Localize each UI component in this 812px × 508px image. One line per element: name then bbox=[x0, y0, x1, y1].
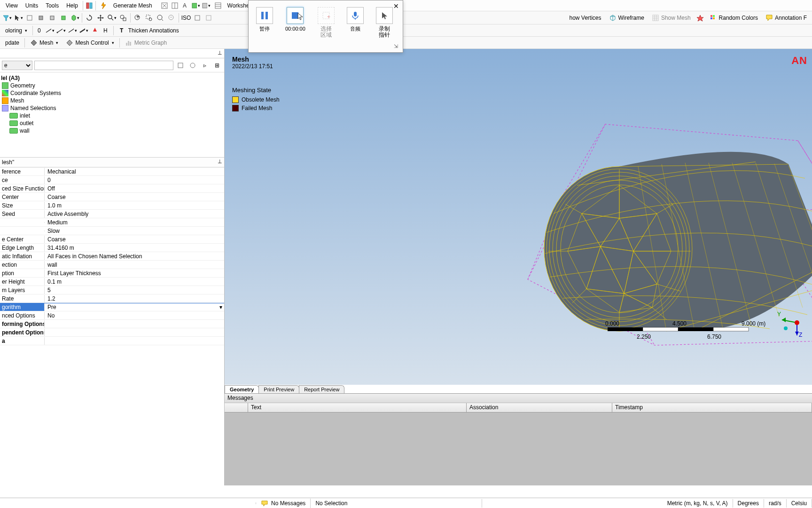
pin-icon[interactable]: ⊥ bbox=[218, 159, 222, 165]
mesh-dropdown[interactable]: Mesh bbox=[27, 38, 62, 48]
outline-tool-2[interactable] bbox=[187, 60, 198, 71]
tab-report-preview[interactable]: Report Preview bbox=[299, 385, 344, 393]
edge-style-3[interactable] bbox=[67, 25, 78, 36]
details-row[interactable]: nced OptionsNo bbox=[0, 311, 224, 320]
details-row[interactable]: ce0 bbox=[0, 176, 224, 184]
probe-icon[interactable] bbox=[695, 13, 705, 23]
details-value[interactable]: 1.2 bbox=[45, 295, 224, 302]
status-messages[interactable]: No Messages bbox=[256, 499, 311, 508]
recorder-pointer-button[interactable]: 录制指针 bbox=[373, 5, 396, 40]
coloring-dropdown[interactable]: oloring bbox=[2, 26, 31, 35]
tool-1[interactable] bbox=[24, 13, 35, 23]
menu-view[interactable]: View bbox=[2, 1, 22, 10]
wireframe-button[interactable]: Wireframe bbox=[606, 13, 648, 23]
details-row[interactable]: pendent Options bbox=[0, 328, 224, 337]
recorder-close-button[interactable]: ✕ bbox=[393, 2, 399, 10]
outline-tool-4[interactable]: ⊞ bbox=[212, 60, 222, 71]
view-icon-a[interactable] bbox=[192, 13, 203, 23]
toolbar-layout-icon[interactable] bbox=[84, 0, 94, 11]
cube2-dropdown-icon[interactable] bbox=[201, 0, 211, 11]
details-value[interactable]: Mechanical bbox=[45, 168, 224, 175]
details-row[interactable]: Medium bbox=[0, 218, 224, 227]
details-value[interactable]: wall bbox=[45, 261, 224, 269]
text-tool-icon[interactable]: H bbox=[101, 25, 111, 36]
viewport-3d[interactable]: Mesh 2022/2/13 17:51 Meshing State Obsol… bbox=[225, 49, 812, 385]
text-icon[interactable]: A bbox=[180, 0, 190, 11]
zoom-fit-all-icon[interactable] bbox=[155, 13, 165, 23]
menu-help[interactable]: Help bbox=[62, 1, 82, 10]
details-row[interactable]: e CenterCoarse bbox=[0, 235, 224, 244]
edge-style-1[interactable] bbox=[45, 25, 55, 36]
tree-mesh[interactable]: Mesh bbox=[0, 97, 224, 104]
cursor-dropdown[interactable] bbox=[13, 13, 23, 23]
details-row[interactable]: forming Options bbox=[0, 320, 224, 328]
metric-graph-button[interactable]: Metric Graph bbox=[122, 38, 170, 48]
details-value[interactable]: Pre bbox=[45, 303, 224, 311]
message-col-association[interactable]: Association bbox=[467, 403, 612, 412]
details-value[interactable]: Coarse bbox=[45, 193, 224, 201]
zoom-fit-icon[interactable] bbox=[118, 13, 128, 23]
mesh-control-dropdown[interactable]: Mesh Control bbox=[62, 38, 117, 48]
details-row[interactable]: ectionwall bbox=[0, 261, 224, 269]
zoom-out-icon[interactable]: - bbox=[166, 13, 177, 23]
details-row[interactable]: gorithmPre bbox=[0, 303, 224, 311]
details-value[interactable]: 0.1 m bbox=[45, 278, 224, 286]
tab-geometry[interactable]: Geometry bbox=[225, 385, 259, 393]
random-colors-button[interactable]: Random Colors bbox=[706, 13, 761, 23]
details-value[interactable]: 0 bbox=[45, 176, 224, 184]
details-value[interactable] bbox=[45, 324, 224, 325]
edge-style-2[interactable] bbox=[56, 25, 66, 36]
view-icon-b[interactable] bbox=[203, 13, 214, 23]
tab-print-preview[interactable]: Print Preview bbox=[258, 385, 299, 393]
tool-3[interactable] bbox=[47, 13, 57, 23]
message-col-timestamp[interactable]: Timestamp bbox=[612, 403, 812, 412]
recorder-pin-icon[interactable]: ⇲ bbox=[394, 43, 398, 49]
show-vertices-button[interactable]: how Vertices bbox=[566, 13, 604, 23]
tool-2[interactable] bbox=[36, 13, 46, 23]
details-row[interactable]: m Layers5 bbox=[0, 286, 224, 294]
details-row[interactable]: CenterCoarse bbox=[0, 193, 224, 201]
details-row[interactable]: ferenceMechanical bbox=[0, 167, 224, 176]
details-row[interactable]: Rate1.2 bbox=[0, 294, 224, 303]
details-row[interactable]: Size1.0 m bbox=[0, 201, 224, 210]
details-row[interactable]: Edge Length31.4160 m bbox=[0, 244, 224, 252]
details-value[interactable]: Active Assembly bbox=[45, 210, 224, 218]
tree-geometry[interactable]: Geometry bbox=[0, 82, 224, 89]
details-row[interactable]: atic InflationAll Faces in Chosen Named … bbox=[0, 252, 224, 261]
details-value[interactable]: 5 bbox=[45, 286, 224, 294]
outline-tool-1[interactable] bbox=[175, 60, 186, 71]
toolbar-icon-2[interactable] bbox=[170, 0, 180, 11]
pan-icon[interactable] bbox=[95, 13, 106, 23]
toolbar-icon-1[interactable] bbox=[159, 0, 170, 11]
details-value[interactable] bbox=[45, 332, 224, 333]
show-mesh-button[interactable]: Show Mesh bbox=[648, 13, 694, 23]
zoom-icon[interactable] bbox=[107, 13, 117, 23]
details-value[interactable]: Coarse bbox=[45, 236, 224, 243]
details-value[interactable]: Off bbox=[45, 185, 224, 192]
details-row[interactable]: ptionFirst Layer Thickness bbox=[0, 269, 224, 278]
tree-coord-systems[interactable]: Coordinate Systems bbox=[0, 89, 224, 97]
annotation-pref-button[interactable]: Annotation F bbox=[762, 13, 810, 23]
update-button[interactable]: pdate bbox=[2, 38, 23, 48]
message-col-text[interactable]: Text bbox=[248, 403, 467, 412]
thicken-annotations-button[interactable]: T Thicken Annotations bbox=[116, 25, 182, 36]
recorder-select-region-button[interactable]: + 选择区域 bbox=[315, 5, 337, 40]
coordinate-triad[interactable]: Y Z bbox=[777, 310, 805, 338]
pin-icon[interactable]: ⊥ bbox=[218, 50, 222, 56]
recorder-pause-button[interactable]: 暂停 bbox=[253, 5, 276, 33]
details-value[interactable]: First Layer Thickness bbox=[45, 270, 224, 277]
zoom-area-icon[interactable] bbox=[144, 13, 154, 23]
details-value[interactable]: 1.0 m bbox=[45, 202, 224, 209]
message-col-icon[interactable] bbox=[225, 403, 248, 412]
tree-named-selections[interactable]: Named Selections bbox=[0, 104, 224, 112]
zoom-in-icon[interactable]: + bbox=[133, 13, 143, 23]
details-value[interactable]: Slow bbox=[45, 227, 224, 235]
details-row[interactable]: Slow bbox=[0, 227, 224, 235]
details-value[interactable]: Medium bbox=[45, 219, 224, 226]
tree-model-node[interactable]: lel (A3) bbox=[0, 74, 224, 82]
outline-tool-3[interactable]: ▹ bbox=[200, 60, 210, 71]
filter-dropdown[interactable] bbox=[2, 13, 12, 23]
outline-filter-dropdown[interactable]: e bbox=[2, 61, 32, 70]
tree-wall[interactable]: wall bbox=[0, 127, 224, 135]
recorder-audio-button[interactable]: 音频 bbox=[344, 5, 367, 33]
